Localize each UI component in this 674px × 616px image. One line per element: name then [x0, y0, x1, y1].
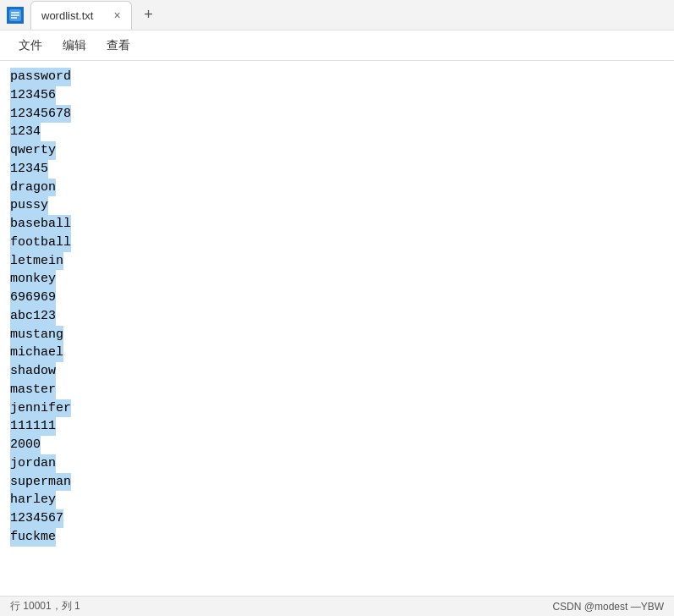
list-item: monkey [10, 270, 664, 289]
text-content[interactable]: password123456123456781234qwerty12345dra… [0, 61, 674, 596]
list-item: shadow [10, 362, 664, 381]
list-item: dragon [10, 179, 664, 197]
title-bar: wordlist.txt × + [0, 0, 674, 30]
list-item: fuckme [10, 528, 664, 547]
menu-file[interactable]: 文件 [10, 35, 51, 57]
menu-edit[interactable]: 编辑 [54, 35, 95, 57]
list-item: football [10, 234, 664, 252]
list-item: pussy [10, 196, 664, 215]
list-item: 1234567 [10, 509, 664, 528]
list-item: jennifer [10, 399, 664, 418]
list-item: 12345678 [10, 105, 664, 124]
list-item: letmein [10, 252, 664, 271]
list-item: 2000 [10, 436, 664, 454]
list-item: 12345 [10, 160, 664, 179]
list-item: abc123 [10, 307, 664, 326]
cursor-position: 行 10001，列 1 [10, 599, 80, 613]
list-item: qwerty [10, 141, 664, 160]
menu-view[interactable]: 查看 [98, 35, 139, 57]
list-item: 696969 [10, 289, 664, 307]
app-icon [7, 7, 24, 24]
list-item: 123456 [10, 86, 664, 105]
list-item: jordan [10, 454, 664, 473]
new-tab-button[interactable]: + [135, 2, 162, 29]
list-item: mustang [10, 326, 664, 344]
active-tab[interactable]: wordlist.txt × [30, 1, 132, 30]
list-item: baseball [10, 215, 664, 234]
list-item: superman [10, 473, 664, 492]
list-item: master [10, 381, 664, 399]
tab-close-button[interactable]: × [113, 9, 120, 21]
list-item: password [10, 68, 664, 86]
list-item: michael [10, 344, 664, 362]
status-bar: 行 10001，列 1 CSDN @modest —YBW [0, 596, 674, 616]
credit-text: CSDN @modest —YBW [552, 601, 664, 613]
list-item: 1234 [10, 123, 664, 141]
list-item: harley [10, 491, 664, 509]
list-item: 111111 [10, 417, 664, 436]
tab-title: wordlist.txt [41, 9, 93, 22]
menu-bar: 文件 编辑 查看 [0, 30, 674, 61]
